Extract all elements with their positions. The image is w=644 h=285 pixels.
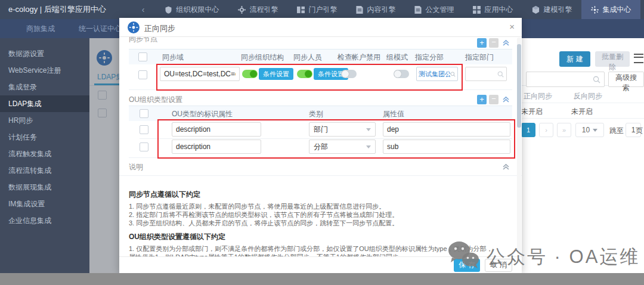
ou-attr-input[interactable] — [172, 140, 261, 154]
page-number-button[interactable]: 1 — [521, 123, 535, 137]
col-sync-org: 同步组织结构 — [241, 52, 284, 63]
col-department: 指定部门 — [465, 52, 494, 63]
cancel-button[interactable]: 取 消 — [485, 259, 512, 272]
col-group-mode: 组模式 — [386, 52, 408, 63]
sync-org-condition-button[interactable]: 条件设置 — [259, 68, 293, 80]
top-navbar: e-cology | 后端引擎应用中心 ‹ 组织权限中心 流程引擎 门户引擎 内… — [0, 0, 644, 19]
forward-sync-dialog: 正向同步 × 同步节点 + − 同步域 同步组织结构 同步人员 检查帐户禁用 组… — [119, 18, 522, 273]
cell-forward-status: 未开启 — [521, 107, 543, 117]
dialog-header: 正向同步 × — [119, 18, 522, 37]
note-title-sync: 同步节点遵循以下约定 — [129, 190, 497, 200]
app-brand: e-cology | 后端引擎应用中心 — [8, 4, 106, 15]
remove-row-icon[interactable]: − — [489, 38, 499, 48]
note-divider — [119, 175, 522, 176]
sidebar-item-workflow-flow[interactable]: 流程流转集成 — [0, 162, 89, 179]
column-forward-sync: 正向同步 — [524, 91, 552, 101]
division-browse-box[interactable]: 测试集团公司 — [416, 67, 458, 81]
nav-item-org-permission[interactable]: 组织权限中心 — [155, 0, 228, 19]
shield-icon — [165, 6, 172, 14]
section-note-label: 说明 — [129, 162, 143, 172]
page-size-select[interactable]: 10 — [575, 123, 604, 137]
table-divider — [514, 118, 644, 119]
integration-icon — [591, 6, 599, 14]
section-sync-node-label: 同步节点 — [129, 37, 157, 44]
cell-reverse-status: 未开启 — [571, 107, 593, 117]
column-reverse-sync: 反向同步 — [574, 91, 602, 101]
header-checkbox[interactable] — [140, 109, 148, 118]
chevron-down-icon — [366, 145, 371, 148]
col-ou-value: 属性值 — [383, 109, 404, 119]
group-mode-toggle[interactable] — [394, 70, 409, 78]
nav-item-official-doc[interactable]: 公文管理 — [405, 0, 463, 19]
next-page-icon[interactable]: › — [539, 123, 553, 137]
batch-delete-button[interactable]: 批量删除 — [595, 51, 630, 67]
add-row-icon[interactable]: + — [477, 38, 487, 48]
col-division: 指定分部 — [415, 52, 444, 63]
ou-value-input[interactable] — [383, 140, 510, 154]
division-value[interactable]: 测试集团公司 — [419, 70, 450, 79]
bottom-overlay-band — [0, 273, 644, 285]
sidebar-item-im[interactable]: IM集成设置 — [0, 196, 89, 212]
chevron-down-icon — [593, 129, 597, 132]
row-checkbox[interactable] — [140, 142, 148, 151]
nav-scroll-left[interactable]: ‹ — [142, 5, 145, 14]
note-item: 1. 同步节点遵循最近原则，未配置的同步节点，将使用最靠近的上级配置信息进行同步… — [129, 202, 497, 210]
dialog-footer: 保 存 取 消 — [119, 256, 522, 273]
dialog-body: 同步节点 + − 同步域 同步组织结构 同步人员 检查帐户禁用 组模式 指定分部… — [119, 37, 522, 256]
sidebar-item-ldap[interactable]: LDAP集成 — [0, 95, 89, 112]
sidebar-item-datasource[interactable]: 数据源设置 — [0, 45, 89, 62]
nav-item-modeling[interactable]: 建模引擎 — [522, 0, 581, 19]
table-bottom-divider — [129, 157, 512, 158]
section-ou-type-label: OU组织类型设置 — [129, 95, 182, 105]
sidebar-item-data-display[interactable]: 数据展现集成 — [0, 179, 89, 196]
cube-icon — [532, 6, 540, 14]
sidebar-item-scheduled-task[interactable]: 计划任务 — [0, 129, 89, 145]
sidebar-item-enterprise-info[interactable]: 企业信息集成 — [0, 212, 89, 229]
nav-item-workflow[interactable]: 流程引擎 — [228, 0, 287, 19]
collapse-section-icon[interactable] — [502, 39, 510, 47]
screen: e-cology | 后端引擎应用中心 ‹ 组织权限中心 流程引擎 门户引擎 内… — [0, 0, 644, 285]
tab-business-travel[interactable]: 商旅集成 — [14, 19, 67, 38]
row-checkbox[interactable] — [140, 125, 148, 134]
check-disabled-toggle[interactable] — [341, 70, 357, 78]
collapse-section-icon[interactable] — [502, 95, 510, 104]
modal-scrollbar-thumb[interactable] — [517, 44, 521, 128]
collapse-section-icon[interactable] — [502, 163, 510, 171]
row-checkbox[interactable] — [138, 70, 147, 79]
advanced-search-button[interactable]: 高级搜索 — [608, 72, 644, 87]
col-sync-user: 同步人员 — [293, 52, 322, 63]
add-row-icon[interactable]: + — [477, 95, 487, 104]
nav-item-portal[interactable]: 门户引擎 — [287, 0, 346, 19]
header-checkbox[interactable] — [138, 52, 147, 61]
ou-type-select[interactable]: 部门 — [309, 122, 376, 137]
ou-value-input[interactable] — [383, 122, 510, 137]
jump-to-label: 跳至 — [609, 126, 624, 136]
nav-item-integration-center[interactable]: 集成中心 — [581, 0, 640, 19]
close-icon[interactable]: × — [509, 22, 515, 31]
sync-domain-input[interactable] — [160, 67, 240, 81]
sidebar-item-webservice[interactable]: WebService注册 — [0, 62, 89, 79]
sync-user-toggle[interactable] — [297, 70, 312, 78]
ou-type-select[interactable]: 分部 — [309, 140, 376, 154]
nav-item-app-center[interactable]: 应用中心 — [463, 0, 522, 19]
integration-dialog-icon — [128, 21, 140, 33]
list-menu-icon[interactable] — [634, 54, 643, 63]
chevron-down-icon — [366, 128, 371, 131]
search-input[interactable] — [526, 72, 605, 87]
last-page-icon[interactable]: » — [557, 123, 571, 137]
save-button[interactable]: 保 存 — [454, 259, 480, 272]
note-title-ou: OU组织类型设置遵循以下约定 — [129, 232, 497, 242]
sidebar-item-workflow-trigger[interactable]: 流程触发集成 — [0, 145, 89, 162]
nav-item-content[interactable]: 内容引擎 — [346, 0, 405, 19]
sync-org-toggle[interactable] — [242, 70, 258, 78]
remove-row-icon[interactable]: − — [489, 95, 499, 104]
ou-attr-input[interactable] — [172, 122, 261, 137]
new-button[interactable]: 新 建 — [559, 51, 590, 67]
sidebar-item-hr-sync[interactable]: HR同步 — [0, 112, 89, 129]
sidebar-item-sso-login[interactable]: 集成登录 — [0, 79, 89, 95]
row-divider — [140, 138, 512, 139]
search-icon — [593, 76, 600, 83]
search-icon — [450, 71, 456, 78]
portal-icon — [297, 6, 305, 14]
col-ou-type: 类别 — [309, 109, 323, 119]
